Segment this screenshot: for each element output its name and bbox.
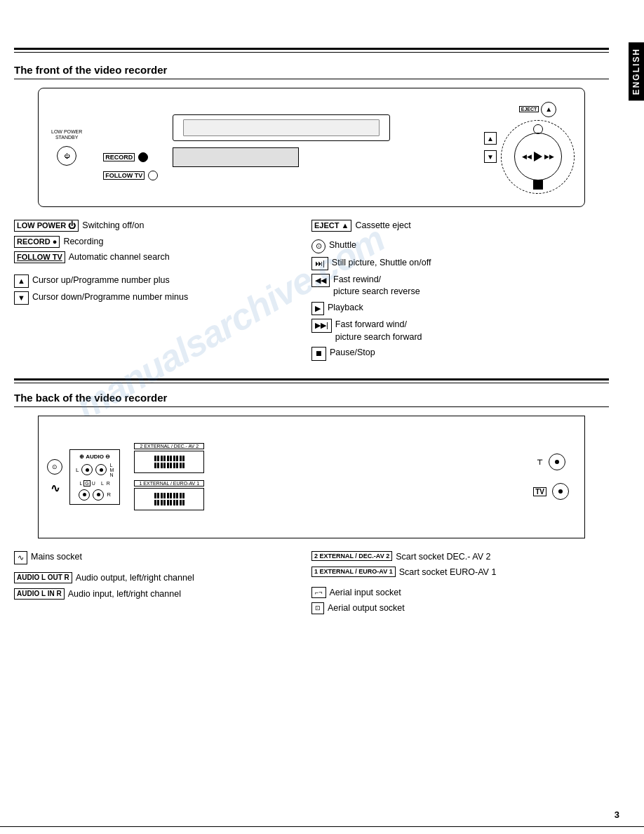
aerial-out-jack — [552, 483, 569, 500]
arrow-up-desc: Cursor up/Programme number plus — [32, 274, 170, 287]
still-icon-box: ⏭| — [311, 257, 328, 270]
followtv-button[interactable] — [148, 171, 158, 180]
stop-btn[interactable] — [533, 180, 543, 190]
audio-out-desc: Audio output, left/right channel — [76, 572, 194, 585]
coax-socket: ⊙ — [47, 459, 62, 475]
fast-rewind-row: ◀◀ Fast rewind/ Fast rewind/ picture sea… — [311, 274, 609, 298]
pause-stop-row: ⏹ Pause/Stop — [311, 347, 609, 360]
followtv-desc: Automatic channel search — [69, 251, 170, 264]
audio-section: ⊕AUDIO⊖ L LMN LGU L R — [69, 449, 120, 505]
tape-slot — [173, 114, 390, 141]
scart2-desc: Scart socket DEC.- AV 2 — [396, 551, 490, 564]
scart2-box: 2 EXTERNAL / DEC.-AV 2 — [311, 551, 392, 562]
front-section-heading: The front of the video recorder — [14, 64, 609, 79]
aerial-in-desc: Aerial input socket — [330, 587, 401, 600]
record-button[interactable] — [138, 152, 148, 162]
ffwd-btn[interactable]: ▶▶ — [544, 153, 554, 160]
display-window — [173, 147, 299, 167]
arrow-up-row: ▲ Cursor up/Programme number plus — [14, 274, 311, 288]
low-power-label-row: LOW POWER ⏻ Switching off/on — [14, 220, 311, 232]
front-labels: LOW POWER ⏻ Switching off/on RECORD ● Re… — [14, 220, 609, 364]
ffwd-icon-box: ▶▶| — [311, 319, 332, 332]
back-labels-right: 2 EXTERNAL / DEC.-AV 2 Scart socket DEC.… — [311, 551, 609, 618]
audio-out-row: L LMN — [76, 463, 114, 477]
shuttle-icon-box: ⊙ — [311, 239, 326, 253]
mains-socket-row: ∿ Mains socket — [14, 551, 311, 564]
audio-in-desc: Audio input, left/right channel — [68, 588, 181, 601]
fast-forward-line2: picture search forward — [335, 331, 422, 344]
pause-stop-desc: Pause/Stop — [330, 347, 375, 359]
followtv-box: FOLLOW TV — [14, 251, 65, 263]
rewind-btn[interactable]: ◀◀ — [522, 153, 532, 160]
tv-symbol: TV — [533, 487, 546, 496]
eject-desc: Cassette eject — [355, 220, 410, 232]
audio-out-box: AUDIO L OUT R — [14, 572, 72, 583]
audio-out-right-label: LMN — [109, 463, 114, 477]
eject-box: EJECT ▲ — [311, 220, 351, 232]
up-arrow-button[interactable]: ▲ — [484, 132, 497, 145]
audio-label: ⊕AUDIO⊖ — [79, 454, 110, 460]
still-picture-row: ⏭| Still picture, Shuttle on/off — [311, 257, 609, 270]
audio-in-left — [79, 489, 90, 501]
vcr-front-diagram: LOW POWERSTANDBY ⏻ RECORD FOLLOW TV ▲ — [38, 88, 585, 207]
record-desc: Recording — [63, 236, 103, 249]
fast-forward-row: ▶▶| Fast forward wind/ picture search fo… — [311, 319, 609, 343]
aerial-rf-area: ⊤ — [537, 454, 565, 470]
audio-in-label-row: AUDIO L IN R Audio input, left/right cha… — [14, 588, 311, 601]
shuttle-desc: Shuttle — [329, 239, 356, 252]
aerial-in-jack — [549, 454, 565, 470]
scart-2-connector — [134, 451, 204, 473]
audio-out-right — [95, 464, 107, 475]
record-label: RECORD — [103, 153, 135, 161]
low-power-box: LOW POWER ⏻ — [14, 220, 79, 232]
transport-dial: ◀◀ ▶▶ — [501, 120, 575, 194]
scart1-desc: Scart socket EURO-AV 1 — [399, 567, 497, 579]
page-number: 3 — [615, 809, 619, 820]
vcr-back-diagram: ⊙ ∿ ⊕AUDIO⊖ L LMN LGU L — [38, 416, 585, 538]
eject-label-row: EJECT ▲ Cassette eject — [311, 220, 609, 232]
back-section-heading: The back of the video recorder — [14, 392, 609, 407]
play-btn[interactable] — [534, 152, 542, 161]
scart1-label-row: 1 EXTERNAL / EURO-AV 1 Scart socket EURO… — [311, 567, 609, 579]
shuttle-label-row: ⊙ Shuttle — [311, 239, 609, 253]
shuttle-btn[interactable] — [533, 124, 543, 134]
scart-1-area: 1 EXTERNAL / EURO-AV 1 — [134, 480, 204, 510]
low-power-label: LOW POWERSTANDBY — [51, 129, 82, 141]
aerial-in-row: ⌐¬ Aerial input socket — [311, 587, 609, 600]
playback-row: ▶ Playback — [311, 302, 609, 315]
back-left-connectors: ⊙ ∿ — [47, 459, 69, 495]
bottom-line — [0, 826, 644, 827]
aerial-jacks: ⊤ TV — [533, 454, 576, 500]
audio-out-left-label: L — [76, 467, 79, 473]
audio-in-r-label: R — [107, 491, 111, 498]
play-icon-box: ▶ — [311, 302, 324, 315]
scart-1-label: 1 EXTERNAL / EURO-AV 1 — [134, 480, 204, 486]
audio-out-row: AUDIO L OUT R Audio output, left/right c… — [14, 572, 311, 585]
transport-inner-dial: ◀◀ ▶▶ — [514, 133, 562, 180]
language-tab: ENGLISH — [629, 42, 644, 100]
pause-icon-box: ⏹ — [311, 347, 326, 360]
scart1-box: 1 EXTERNAL / EURO-AV 1 — [311, 567, 396, 577]
eject-area: EJECT ▲ — [519, 102, 557, 117]
arrow-down-desc: Cursor down/Programme number minus — [32, 291, 188, 304]
audio-channel-labels: LGU L R — [79, 480, 109, 486]
rewind-icon-box: ◀◀ — [311, 274, 330, 287]
fast-rewind-desc-col: Fast rewind/ Fast rewind/ picture search… — [333, 274, 420, 298]
followtv-row: FOLLOW TV — [89, 171, 473, 180]
mains-desc: Mains socket — [31, 551, 82, 564]
eject-button[interactable]: ▲ — [541, 102, 556, 117]
record-label-row: RECORD ● Recording — [14, 236, 311, 249]
fast-forward-line1: Fast forward wind/ — [335, 319, 422, 331]
eject-label: EJECT — [519, 106, 539, 112]
aerial-in-icon: ⌐¬ — [311, 587, 326, 599]
followtv-label-row: FOLLOW TV Automatic channel search — [14, 251, 311, 264]
arrow-up-box: ▲ — [14, 274, 29, 288]
audio-in-row: R — [79, 489, 111, 501]
scart-2-area: 2 EXTERNAL / DEC.- AV 2 — [134, 443, 204, 473]
low-power-button[interactable]: ⏻ — [57, 146, 76, 166]
down-arrow-button[interactable]: ▼ — [484, 150, 497, 163]
record-box: RECORD ● — [14, 236, 60, 248]
front-labels-right: EJECT ▲ Cassette eject ⊙ Shuttle ⏭| Stil… — [311, 220, 609, 364]
arrow-down-box: ▼ — [14, 291, 29, 305]
record-row: RECORD — [89, 147, 473, 167]
